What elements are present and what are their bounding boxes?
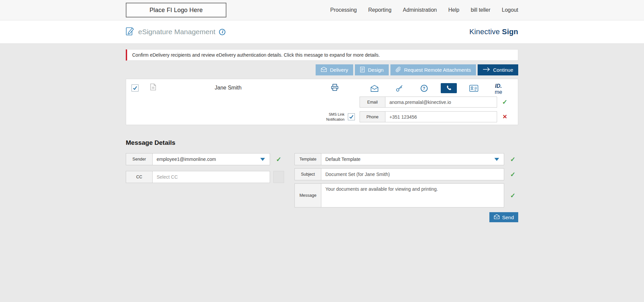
envelope-icon	[370, 85, 379, 92]
action-toolbar: Delivery Design Request Remote Attachmen…	[126, 64, 518, 75]
id-card-icon	[469, 85, 478, 92]
chevron-down-icon	[494, 158, 499, 161]
checkmark-icon	[349, 114, 354, 119]
chevron-down-icon	[260, 158, 265, 161]
sender-valid-icon: ✓	[273, 153, 284, 165]
auth-security-question-button[interactable]: ?	[416, 83, 432, 93]
delivery-button[interactable]: Delivery	[316, 64, 353, 75]
design-label: Design	[368, 67, 384, 73]
fi-logo-text: Place FI Logo Here	[150, 7, 203, 14]
brand-logo: Kinective Sign	[469, 27, 518, 36]
sms-link-notification-label: SMS Link Notification	[320, 112, 344, 122]
message-details-heading: Message Details	[126, 139, 518, 146]
template-value: Default Template	[325, 157, 361, 162]
app-header: eSignature Management i Kinective Sign	[0, 20, 644, 43]
phone-label: Phone	[360, 111, 385, 122]
print-icon[interactable]	[331, 83, 339, 93]
subject-input[interactable]	[321, 168, 504, 180]
idme-logo-bold: ID.	[495, 83, 502, 89]
request-remote-attachments-label: Request Remote Attachments	[404, 67, 471, 73]
cc-label: CC	[126, 171, 153, 183]
continue-button[interactable]: Continue	[478, 64, 518, 75]
recipient-name: Jane Smith	[215, 85, 241, 91]
page-title: eSignature Management	[138, 28, 215, 36]
idme-logo-rest: me	[495, 89, 502, 95]
email-row: Email ✓	[360, 97, 510, 108]
auth-key-button[interactable]	[391, 83, 407, 93]
design-button[interactable]: Design	[355, 64, 389, 75]
send-row: Send	[294, 212, 518, 222]
nav-reporting[interactable]: Reporting	[368, 7, 391, 13]
continue-label: Continue	[493, 67, 513, 73]
paperclip-icon	[395, 67, 401, 73]
sms-notification-checkbox[interactable]	[348, 113, 355, 120]
fi-logo-placeholder: Place FI Logo Here	[126, 3, 226, 17]
brand-name: Kinective	[469, 27, 502, 36]
subject-label: Subject	[294, 168, 321, 180]
delivery-label: Delivery	[330, 67, 348, 73]
alert-banner[interactable]: Confirm eDelivery recipients and review …	[126, 49, 518, 61]
top-bar: Place FI Logo Here Processing Reporting …	[0, 0, 644, 20]
template-dropdown[interactable]: Default Template	[321, 153, 504, 165]
question-icon: ?	[421, 85, 428, 92]
top-nav: Processing Reporting Administration Help…	[330, 7, 518, 13]
main-content: Confirm eDelivery recipients and review …	[0, 43, 644, 222]
send-label: Send	[502, 215, 514, 220]
cc-row: CC	[126, 171, 284, 183]
email-valid-icon: ✓	[500, 98, 510, 106]
brand-name-bold: Sign	[502, 27, 518, 36]
email-label: Email	[360, 97, 385, 108]
info-icon[interactable]: i	[219, 29, 225, 35]
auth-idme-button[interactable]: ID.me	[490, 83, 506, 93]
subject-valid-icon: ✓	[507, 168, 518, 180]
send-button[interactable]: Send	[489, 212, 518, 222]
checkmark-icon	[132, 85, 138, 90]
nav-user[interactable]: bill teller	[471, 7, 490, 13]
message-label: Message	[294, 183, 321, 207]
subject-row: Subject ✓	[294, 168, 518, 180]
auth-method-row: ? ID.me	[366, 83, 506, 93]
auth-sms-button[interactable]	[441, 83, 457, 93]
cc-status-cell	[273, 171, 284, 183]
document-icon	[360, 67, 365, 73]
envelope-icon	[321, 67, 327, 73]
sender-dropdown[interactable]: employee1@immonline.com	[153, 153, 270, 165]
message-row: Message Your documents are available for…	[294, 183, 518, 207]
phone-invalid-icon: ✕	[500, 113, 510, 120]
phone-input[interactable]	[385, 111, 497, 122]
nav-administration[interactable]: Administration	[403, 7, 437, 13]
template-row: Template Default Template ✓	[294, 153, 518, 165]
phone-icon	[445, 85, 452, 92]
sender-value: employee1@immonline.com	[157, 157, 216, 162]
sender-row: Sender employee1@immonline.com ✓	[126, 153, 284, 165]
template-valid-icon: ✓	[507, 153, 518, 165]
sender-label: Sender	[126, 153, 153, 165]
nav-processing[interactable]: Processing	[330, 7, 357, 13]
arrow-right-icon	[483, 67, 490, 73]
alert-text: Confirm eDelivery recipients and review …	[132, 52, 380, 58]
recipient-checkbox[interactable]	[131, 84, 139, 92]
esignature-doc-icon	[126, 26, 135, 37]
recipient-document-icon	[150, 83, 156, 92]
nav-logout[interactable]: Logout	[502, 7, 518, 13]
message-valid-icon: ✓	[507, 183, 518, 207]
email-input[interactable]	[385, 97, 497, 108]
template-label: Template	[294, 153, 321, 165]
cc-input[interactable]	[153, 171, 270, 183]
message-textarea[interactable]: Your documents are available for viewing…	[321, 183, 504, 207]
envelope-icon	[494, 214, 500, 220]
auth-email-button[interactable]	[366, 83, 382, 93]
message-details-section: Sender employee1@immonline.com ✓ CC Temp…	[126, 153, 518, 222]
request-remote-attachments-button[interactable]: Request Remote Attachments	[390, 64, 476, 75]
recipient-card: Jane Smith ?	[126, 79, 518, 125]
auth-id-verification-button[interactable]	[466, 83, 482, 93]
phone-row: SMS Link Notification Phone ✕	[320, 111, 510, 122]
nav-help[interactable]: Help	[448, 7, 459, 13]
key-icon	[395, 84, 403, 92]
